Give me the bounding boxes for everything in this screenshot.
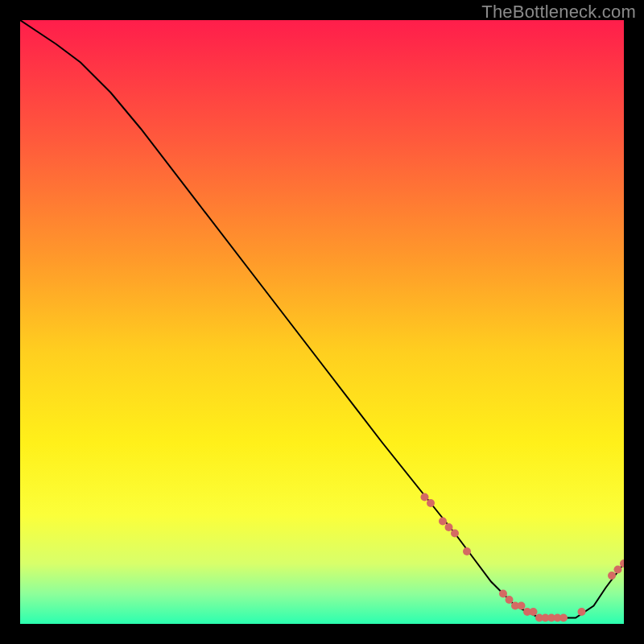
marker-point [518,602,526,610]
marker-point [445,523,453,531]
gradient-background [20,20,624,624]
chart-svg [20,20,624,624]
marker-point [463,547,471,555]
marker-point [451,530,459,538]
marker-point [608,572,616,580]
marker-point [614,566,622,574]
marker-point [439,518,447,526]
marker-point [578,608,586,616]
marker-point [506,596,514,604]
plot-area [20,20,624,624]
marker-point [421,493,429,502]
chart-container: TheBottleneck.com [0,0,644,644]
marker-point [530,608,538,616]
marker-point [427,499,435,507]
marker-point [559,614,568,622]
watermark-label: TheBottleneck.com [481,2,636,23]
marker-point [499,590,507,598]
